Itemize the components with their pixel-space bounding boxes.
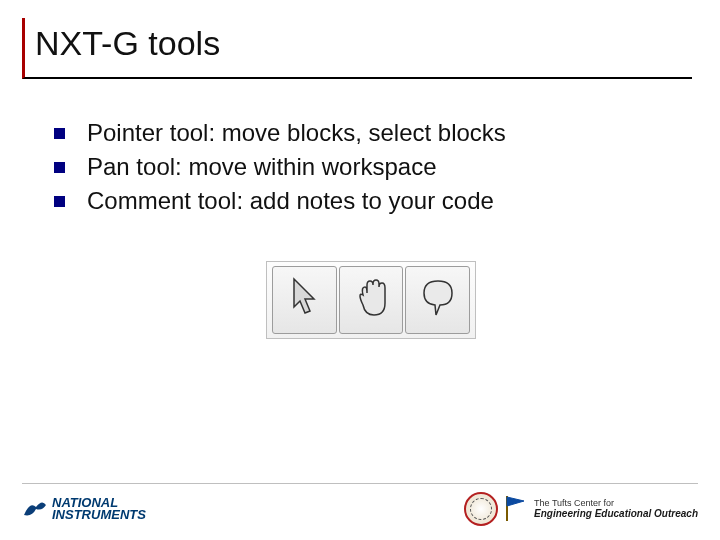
pan-tool-button	[339, 266, 404, 334]
bullet-text: Pointer tool: move blocks, select blocks	[87, 119, 506, 147]
title-container: NXT-G tools	[22, 18, 692, 79]
ni-eagle-icon	[22, 495, 52, 524]
bullet-text: Comment tool: add notes to your code	[87, 187, 494, 215]
tufts-line1: The Tufts Center for	[534, 499, 698, 509]
body: Pointer tool: move blocks, select blocks…	[22, 79, 698, 339]
bullet-icon	[54, 162, 65, 173]
tufts-text: The Tufts Center for Engineering Educati…	[534, 499, 698, 520]
footer: NATIONAL INSTRUMENTS The Tufts Center fo…	[22, 483, 698, 526]
comment-tool-button	[405, 266, 470, 334]
bullet-icon	[54, 196, 65, 207]
toolbar-screenshot	[266, 261, 476, 339]
list-item: Pointer tool: move blocks, select blocks	[54, 119, 688, 147]
pennant-icon	[504, 494, 526, 525]
tufts-line2: Engineering Educational Outreach	[534, 508, 698, 519]
ni-logo: NATIONAL INSTRUMENTS	[22, 495, 464, 524]
slide: NXT-G tools Pointer tool: move blocks, s…	[0, 0, 720, 540]
pointer-tool-button	[272, 266, 337, 334]
pointer-icon	[284, 275, 324, 325]
list-item: Pan tool: move within workspace	[54, 153, 688, 181]
tufts-seal-icon	[464, 492, 498, 526]
list-item: Comment tool: add notes to your code	[54, 187, 688, 215]
tufts-logo: The Tufts Center for Engineering Educati…	[464, 492, 698, 526]
ni-text-line2: INSTRUMENTS	[52, 509, 146, 521]
hand-icon	[351, 275, 391, 325]
speech-bubble-icon	[418, 275, 458, 325]
bullet-text: Pan tool: move within workspace	[87, 153, 437, 181]
bullet-icon	[54, 128, 65, 139]
slide-title: NXT-G tools	[35, 24, 692, 63]
